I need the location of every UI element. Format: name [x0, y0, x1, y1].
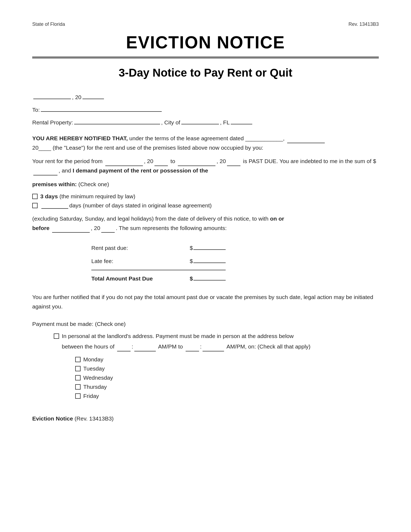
document-page: State of Florida Rev. 13413B3 EVICTION N…: [0, 0, 411, 532]
rental-property-label: Rental Property:: [32, 119, 73, 126]
before-year-field[interactable]: [101, 226, 115, 233]
tuesday-checkbox[interactable]: [75, 366, 81, 371]
subtitle: 3-Day Notice to Pay Rent or Quit: [32, 66, 379, 79]
payment-option-1-block: In personal at the landlord's address. P…: [54, 333, 379, 399]
hours-from-h-field[interactable]: [117, 345, 131, 351]
rent-past-due-field[interactable]: [193, 243, 226, 250]
to-field[interactable]: [41, 105, 162, 112]
wednesday-label: Wednesday: [83, 375, 113, 381]
late-fee-row: Late fee: $: [91, 254, 226, 267]
in-personal-checkbox-line: In personal at the landlord's address. P…: [54, 333, 379, 339]
wednesday-checkbox-line: Wednesday: [75, 375, 379, 381]
footer-normal: (Rev. 13413B3): [73, 415, 114, 422]
body1-line2: 20____ (the "Lease") for the rent and us…: [32, 145, 263, 151]
monday-checkbox-line: Monday: [75, 356, 379, 363]
body-paragraph-1: YOU ARE HEREBY NOTIFIED THAT, under the …: [32, 134, 379, 152]
city-of-label: , City of: [161, 119, 180, 126]
total-field[interactable]: [193, 274, 226, 281]
friday-checkbox-line: Friday: [75, 393, 379, 399]
days-checkboxes: Monday Tuesday Wednesday Thursday Friday: [75, 356, 379, 399]
period-from-field[interactable]: [105, 160, 143, 166]
hours-to-h-field[interactable]: [186, 345, 199, 351]
revision-label: Rev. 13413B3: [348, 21, 379, 27]
thursday-checkbox[interactable]: [75, 384, 81, 390]
tuesday-checkbox-line: Tuesday: [75, 365, 379, 372]
custom-days-field[interactable]: [41, 202, 68, 209]
footer: Eviction Notice (Rev. 13413B3): [32, 415, 379, 422]
checkbox1-label: 3 days (the minimum required by law): [40, 193, 135, 200]
date-field[interactable]: [33, 93, 71, 99]
payment-label: Payment must be made: (Check one): [32, 321, 126, 327]
rental-property-line: Rental Property: , City of , FL: [32, 118, 379, 126]
body1-bold: YOU ARE HEREBY NOTIFIED THAT,: [32, 135, 128, 141]
from-year-field[interactable]: [154, 160, 168, 166]
year-field[interactable]: [82, 93, 104, 99]
to-line: To:: [32, 105, 379, 113]
divider-rule: [32, 57, 379, 58]
thursday-label: Thursday: [83, 384, 107, 390]
body1-normal: under the terms of the lease agreement d…: [129, 135, 284, 141]
monday-checkbox[interactable]: [75, 357, 81, 362]
to-label: To:: [32, 107, 40, 113]
rent-past-due-row: Rent past due: $: [91, 241, 226, 254]
main-title: EVICTION NOTICE: [32, 33, 379, 52]
payment-must-be-made: Payment must be made: (Check one): [32, 319, 379, 329]
body2-bold: I demand payment of the rent or possessi…: [73, 167, 208, 174]
checkbox2-suffix: days (number of days stated in original …: [69, 202, 212, 209]
monday-label: Monday: [83, 356, 103, 363]
payment-option1-hours: between the hours of : AM/PM to : AM/PM,…: [62, 342, 379, 351]
rent-past-due-value: $: [190, 243, 226, 251]
hours-from-m-field[interactable]: [134, 345, 156, 351]
sum-field[interactable]: [33, 169, 57, 175]
body4-text: You are further notified that if you do …: [32, 294, 373, 310]
fl-label: , FL: [220, 119, 230, 126]
in-personal-checkbox[interactable]: [54, 333, 59, 339]
friday-label: Friday: [83, 393, 99, 399]
body-paragraph-2-line2: premises within: (Check one): [32, 180, 379, 189]
payment-option1-line1: In personal at the landlord's address. P…: [62, 333, 294, 339]
date-comma-20: , 20: [72, 94, 81, 100]
late-fee-value: $: [190, 257, 226, 264]
to-year-field[interactable]: [227, 160, 240, 166]
checkbox-custom-days[interactable]: [32, 203, 38, 208]
thursday-checkbox-line: Thursday: [75, 384, 379, 390]
body-paragraph-2: Your rent for the period from , 20 to , …: [32, 157, 379, 175]
lease-date-field[interactable]: [287, 137, 325, 143]
amounts-table: Rent past due: $ Late fee: $ Total Amoun…: [91, 241, 226, 285]
total-row: Total Amount Past Due $: [91, 270, 226, 285]
tuesday-label: Tuesday: [83, 365, 105, 372]
checkbox-custom-days-line: days (number of days stated in original …: [32, 202, 379, 209]
body-paragraph-4: You are further notified that if you do …: [32, 293, 379, 311]
total-value: $: [190, 274, 226, 282]
wednesday-checkbox[interactable]: [75, 375, 81, 380]
late-fee-field[interactable]: [193, 257, 226, 263]
body-paragraph-3: (excluding Saturday, Sunday, and legal h…: [32, 214, 379, 233]
total-label: Total Amount Past Due: [91, 275, 153, 282]
premises-within-bold: premises within:: [32, 181, 77, 187]
top-meta: State of Florida Rev. 13413B3: [32, 21, 379, 27]
state-label: State of Florida: [32, 21, 65, 27]
rental-property-field[interactable]: [74, 118, 160, 124]
before-date-field[interactable]: [52, 226, 90, 233]
city-field[interactable]: [181, 118, 219, 124]
period-to-field[interactable]: [178, 160, 215, 166]
hours-to-m-field[interactable]: [203, 345, 224, 351]
footer-bold: Eviction Notice: [32, 415, 73, 422]
checkbox-3days-line: 3 days (the minimum required by law): [32, 193, 379, 200]
date-line: , 20: [32, 93, 379, 100]
friday-checkbox[interactable]: [75, 393, 81, 399]
late-fee-label: Late fee:: [91, 258, 113, 264]
fl-field[interactable]: [231, 118, 252, 124]
rent-past-due-label: Rent past due:: [91, 245, 128, 251]
checkbox-3days[interactable]: [32, 194, 38, 199]
